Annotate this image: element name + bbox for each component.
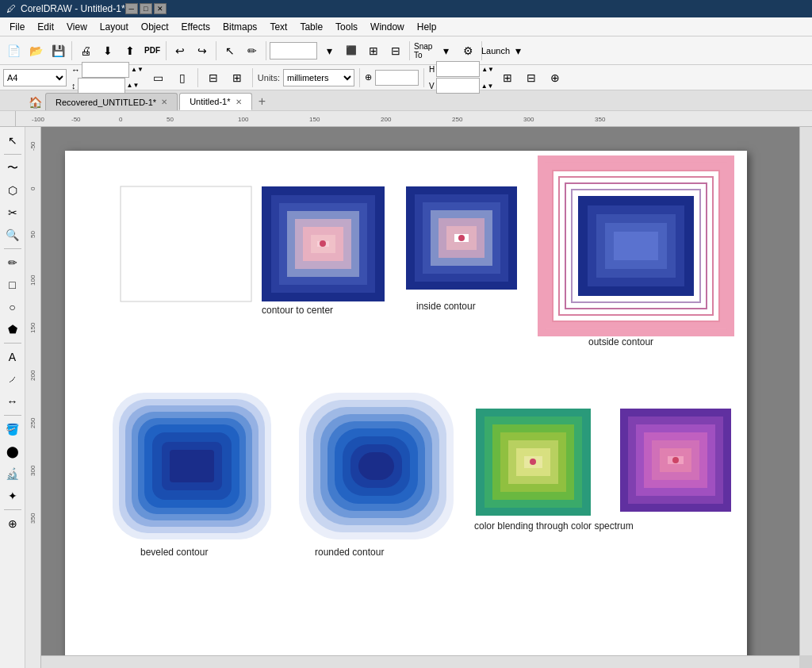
beveled-label: beveled contour — [140, 547, 208, 558]
inside-contour-group — [406, 186, 517, 290]
menu-bitmaps[interactable]: Bitmaps — [216, 17, 263, 36]
print-button[interactable]: 🖨 — [75, 40, 96, 61]
polygon-tool[interactable]: ⬟ — [2, 319, 23, 340]
width-stepper[interactable]: ▲▼ — [131, 66, 144, 73]
open-button[interactable]: 📂 — [25, 40, 46, 61]
menu-effects[interactable]: Effects — [175, 17, 216, 36]
fill-tool[interactable]: 🪣 — [2, 419, 23, 440]
height-input[interactable]: 297.0 mm — [78, 78, 125, 94]
v-stepper[interactable]: ▲▼ — [481, 83, 494, 90]
scroll-bar-v[interactable] — [799, 127, 812, 655]
snap-to-button[interactable]: Snap To — [413, 40, 434, 61]
spectrum2-group — [620, 409, 731, 512]
menu-help[interactable]: Help — [411, 17, 443, 36]
tab-add-button[interactable]: + — [254, 93, 271, 110]
h-input[interactable]: 5.0 mm — [436, 61, 480, 77]
bezier-tool[interactable]: ✏ — [242, 40, 262, 61]
svg-point-77 — [530, 459, 536, 465]
eyedropper-tool[interactable]: 🔬 — [2, 463, 23, 484]
menu-tools[interactable]: Tools — [329, 17, 364, 36]
edit-anchor-button[interactable]: ⊞ — [497, 67, 518, 88]
height-stepper[interactable]: ▲▼ — [127, 82, 140, 89]
svg-rect-69 — [358, 452, 394, 480]
svg-text:100: 100 — [29, 274, 36, 286]
maximize-button[interactable]: □ — [140, 3, 152, 14]
svg-text:250: 250 — [29, 417, 36, 428]
tab-untitled[interactable]: Untitled-1* ✕ — [179, 93, 251, 110]
add-page-button[interactable]: ⊕ — [545, 67, 565, 88]
page-options-button[interactable]: ⊟ — [203, 67, 224, 88]
dimension-tool[interactable]: ↔ — [2, 391, 23, 412]
new-button[interactable]: 📄 — [3, 40, 24, 61]
propbar-separator-2 — [252, 68, 253, 87]
menu-table[interactable]: Table — [293, 17, 329, 36]
page-size-select[interactable]: A4 — [3, 69, 67, 86]
zoom-dropdown[interactable]: ▾ — [319, 40, 339, 61]
horizontal-ruler: -100 -50 0 50 100 150 200 250 300 350 — [16, 111, 812, 127]
propbar-separator-3 — [359, 68, 360, 87]
redo-button[interactable]: ↪ — [192, 40, 213, 61]
rect-tool[interactable]: □ — [2, 274, 23, 295]
menu-layout[interactable]: Layout — [94, 17, 135, 36]
crop-tool[interactable]: ✂ — [2, 202, 23, 223]
zoom-input[interactable]: 53% — [270, 42, 317, 60]
tab-recovered-close[interactable]: ✕ — [161, 98, 167, 106]
export-pdf-button[interactable]: PDF — [142, 40, 163, 61]
undo-button[interactable]: ↩ — [170, 40, 190, 61]
save-button[interactable]: 💾 — [48, 40, 68, 61]
view-mode-button[interactable]: ⬛ — [341, 40, 362, 61]
toolbar-separator-3 — [216, 41, 216, 60]
menu-edit[interactable]: Edit — [31, 17, 60, 36]
menu-object[interactable]: Object — [135, 17, 175, 36]
tool-separator-4 — [4, 415, 21, 416]
portrait-button[interactable]: ▭ — [148, 67, 169, 88]
tab-recovered[interactable]: Recovered_UNTITLED-1* ✕ — [45, 93, 178, 110]
tool-separator-1 — [4, 154, 21, 155]
inside-contour-label: inside contour — [416, 301, 476, 312]
width-input[interactable]: 210.0 mm — [82, 62, 129, 78]
select-tool[interactable]: ↖ — [2, 130, 23, 151]
import-button[interactable]: ⬇ — [98, 40, 118, 61]
landscape-button[interactable]: ▯ — [172, 67, 193, 88]
settings-button[interactable]: ⚙ — [458, 40, 478, 61]
units-select[interactable]: millimeters — [283, 69, 354, 86]
menu-file[interactable]: File — [3, 17, 31, 36]
menu-view[interactable]: View — [60, 17, 94, 36]
content-row: ↖ 〜 ⬡ ✂ 🔍 ✏ □ ○ ⬟ A ⟋ ↔ 🪣 ⬤ 🔬 ✦ ⊕ — [0, 127, 812, 668]
connector-tool[interactable]: ⟋ — [2, 369, 23, 390]
shape-tool[interactable]: ⬡ — [2, 180, 23, 201]
v-input[interactable]: 5.0 mm — [436, 78, 480, 94]
ellipse-tool[interactable]: ○ — [2, 297, 23, 317]
anchor-copy-button[interactable]: ⊟ — [521, 67, 542, 88]
freehand-tool[interactable]: 〜 — [2, 158, 23, 179]
menu-window[interactable]: Window — [364, 17, 411, 36]
launch-dropdown[interactable]: ▾ — [508, 40, 528, 61]
interactive-tool[interactable]: ✦ — [2, 486, 23, 506]
text-tool[interactable]: A — [2, 347, 23, 367]
smart-fill-tool[interactable]: ⬤ — [2, 441, 23, 462]
svg-text:300: 300 — [29, 465, 36, 476]
h-stepper[interactable]: ▲▼ — [481, 66, 494, 73]
pen-tool[interactable]: ✏ — [2, 252, 23, 273]
svg-point-40 — [458, 235, 465, 241]
zoom-tool[interactable]: 🔍 — [2, 225, 23, 245]
view-grid-button[interactable]: ⊟ — [385, 40, 406, 61]
scroll-bar-h[interactable] — [41, 655, 799, 668]
add-plus[interactable]: ⊕ — [2, 513, 23, 534]
page-border-button[interactable]: ⊞ — [227, 67, 247, 88]
close-button[interactable]: ✕ — [154, 3, 167, 14]
tab-untitled-close[interactable]: ✕ — [236, 98, 242, 106]
launch-button[interactable]: Launch — [485, 40, 506, 61]
svg-rect-50 — [614, 232, 658, 260]
export-button[interactable]: ⬆ — [120, 40, 140, 61]
minimize-button[interactable]: ─ — [125, 3, 138, 14]
menu-text[interactable]: Text — [263, 17, 293, 36]
snap-dropdown[interactable]: ▾ — [435, 40, 456, 61]
title-bar: 🖊 CorelDRAW - Untitled-1* ─ □ ✕ — [0, 0, 812, 17]
rounded-contour-group — [299, 393, 454, 539]
nudge-input[interactable]: 0.1 mm — [375, 70, 419, 86]
svg-point-32 — [320, 240, 326, 247]
ruler-v-svg: -50 0 50 100 150 200 250 300 350 — [25, 127, 41, 668]
view-options-button[interactable]: ⊞ — [363, 40, 384, 61]
arrow-tool[interactable]: ↖ — [220, 40, 240, 61]
